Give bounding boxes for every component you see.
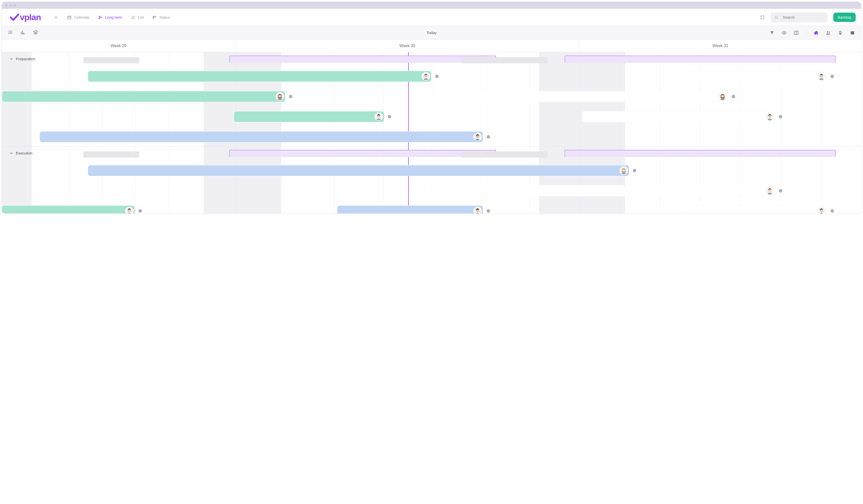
svg-rect-6 <box>154 16 155 18</box>
traffic-light-dot <box>5 4 8 7</box>
team-button[interactable] <box>825 30 831 35</box>
task-bar[interactable] <box>40 131 483 142</box>
chart-toggle-button[interactable] <box>21 30 25 36</box>
plugins-button[interactable] <box>813 30 819 35</box>
group-header-execution[interactable]: Execution <box>9 151 33 155</box>
columns-button[interactable] <box>793 30 799 35</box>
task-bar[interactable] <box>432 91 728 102</box>
assignee-avatar[interactable] <box>473 207 482 213</box>
archive-icon <box>850 30 855 35</box>
group-header-preparation[interactable]: Preparation <box>9 57 36 61</box>
task-status-dot[interactable] <box>487 135 490 139</box>
archive-button[interactable] <box>850 30 855 35</box>
checkmark-icon <box>10 13 19 22</box>
capacity-background <box>84 57 139 63</box>
capacity-curve <box>565 150 836 157</box>
task-bar[interactable] <box>337 205 483 213</box>
task-bar[interactable] <box>681 71 827 82</box>
timeline-canvas[interactable]: Preparation <box>2 52 861 213</box>
plus-icon <box>54 15 58 20</box>
columns-icon <box>794 30 799 35</box>
task-status-dot[interactable] <box>388 115 391 118</box>
view-calendar-label: Calendar <box>74 15 89 20</box>
add-button[interactable] <box>52 14 60 21</box>
toolbar: Today <box>2 26 861 40</box>
group-label: Preparation <box>16 57 36 61</box>
traffic-light-dot <box>14 4 16 7</box>
view-longterm-label: Long term <box>105 15 122 20</box>
task-status-dot[interactable] <box>289 95 292 98</box>
assignee-avatar[interactable] <box>817 207 826 213</box>
traffic-light-dot <box>10 4 12 7</box>
assignee-avatar[interactable] <box>765 187 774 195</box>
kanban-icon <box>152 15 157 20</box>
assignee-avatar[interactable] <box>374 112 383 121</box>
view-longterm[interactable]: Long term <box>98 15 122 20</box>
app-window: vplan Calendar Long term List Status <box>1 1 862 214</box>
svg-point-11 <box>8 33 9 34</box>
backlog-button[interactable]: Backlog <box>833 13 856 22</box>
assignee-avatar[interactable] <box>473 133 482 141</box>
search-input[interactable] <box>781 13 826 22</box>
view-status[interactable]: Status <box>152 15 170 20</box>
task-bar[interactable] <box>88 71 432 82</box>
svg-point-3 <box>131 17 132 17</box>
task-status-dot[interactable] <box>435 75 439 78</box>
layers-button[interactable] <box>33 30 38 36</box>
app-header: vplan Calendar Long term List Status <box>2 9 861 26</box>
task-bar[interactable] <box>582 111 775 122</box>
assignee-avatar[interactable] <box>620 166 628 175</box>
task-bar[interactable] <box>2 205 135 213</box>
header-right: Backlog <box>760 12 856 23</box>
task-status-dot[interactable] <box>779 189 782 192</box>
assignee-avatar[interactable] <box>125 207 134 213</box>
view-list-label: List <box>138 15 144 20</box>
task-status-dot[interactable] <box>633 169 636 172</box>
filter-button[interactable] <box>769 30 775 35</box>
today-label[interactable]: Today <box>426 30 436 35</box>
task-status-dot[interactable] <box>830 75 834 78</box>
weeks-header: Week 29 Week 30 Week 31 <box>2 40 861 52</box>
week-label: Week 31 <box>712 43 728 48</box>
layers-icon <box>33 30 38 35</box>
users-icon <box>826 30 831 35</box>
expand-icon <box>760 15 765 20</box>
svg-point-14 <box>827 31 828 33</box>
view-calendar[interactable]: Calendar <box>67 15 89 20</box>
svg-rect-19 <box>851 32 854 34</box>
visibility-button[interactable] <box>781 30 787 35</box>
list-toggle-button[interactable] <box>8 30 13 36</box>
week-label: Week 30 <box>399 43 415 48</box>
assignee-avatar[interactable] <box>276 92 284 101</box>
toolbar-left <box>8 30 38 36</box>
svg-rect-17 <box>840 31 840 31</box>
fullscreen-button[interactable] <box>760 15 765 20</box>
task-bar[interactable] <box>88 165 629 176</box>
assignee-avatar[interactable] <box>718 92 727 101</box>
search-box[interactable] <box>771 12 828 23</box>
svg-rect-5 <box>153 16 154 19</box>
svg-point-9 <box>8 30 9 31</box>
week-label: Week 29 <box>111 43 127 48</box>
chevron-down-icon <box>9 57 13 61</box>
assignee-avatar[interactable] <box>817 72 826 81</box>
task-status-dot[interactable] <box>779 115 782 118</box>
task-bar[interactable] <box>234 111 384 122</box>
assignee-avatar[interactable] <box>422 72 430 81</box>
assignee-avatar[interactable] <box>765 112 774 121</box>
task-bar[interactable] <box>681 205 827 213</box>
task-status-dot[interactable] <box>830 209 834 213</box>
bar-chart-icon <box>21 30 25 35</box>
task-bar[interactable] <box>432 185 776 196</box>
resource-button[interactable] <box>838 30 843 35</box>
svg-point-4 <box>131 18 132 18</box>
task-status-dot[interactable] <box>487 209 490 213</box>
svg-rect-20 <box>851 31 854 32</box>
capacity-curve <box>229 56 496 63</box>
task-bar[interactable] <box>2 91 285 102</box>
svg-point-15 <box>829 32 830 33</box>
list-bulleted-icon <box>8 30 13 35</box>
task-status-dot[interactable] <box>731 95 735 98</box>
brand-text: vplan <box>20 12 41 22</box>
view-list[interactable]: List <box>131 15 144 20</box>
